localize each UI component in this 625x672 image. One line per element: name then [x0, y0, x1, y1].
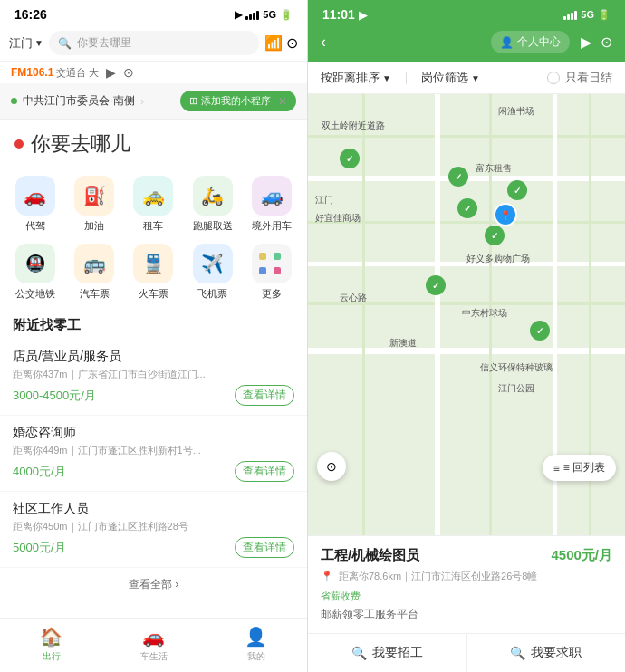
map-pin-6[interactable]: ✓ — [530, 321, 550, 341]
service-item-5[interactable]: 🚇 公交地铁 — [7, 240, 62, 304]
map-pin-selected[interactable]: 📍 — [494, 203, 517, 226]
location-select[interactable]: 江门 ▼ — [9, 35, 43, 52]
service-item-2[interactable]: 🚕 租车 — [126, 172, 181, 236]
bottom-nav: 🏠 出行 🚗 车生活 👤 我的 — [0, 618, 307, 672]
nav-label-chuxing: 出行 — [43, 650, 61, 663]
map-label-2: 江门 — [315, 194, 333, 206]
map-pin-2[interactable]: ✓ — [507, 180, 527, 200]
target-icon-right[interactable]: ⊙ — [601, 34, 612, 51]
nav-item-wode[interactable]: 👤 我的 — [205, 619, 307, 672]
nav-label-wode: 我的 — [247, 650, 265, 663]
time-left: 16:26 — [14, 7, 47, 22]
jingwai-icon: 🚙 — [252, 176, 292, 216]
header-right: 👤 个人中心 ▶ ⊙ — [491, 31, 612, 53]
job-item-2[interactable]: 社区工作人员 距离你450m｜江门市蓬江区胜利路28号 5000元/月 查看详情 — [0, 492, 307, 568]
close-icon[interactable]: ✕ — [278, 95, 287, 108]
job-card-top: 工程/机械绘图员 4500元/月 — [321, 547, 612, 564]
green-dot — [11, 98, 17, 104]
service-item-1[interactable]: ⛽ 加油 — [66, 172, 121, 236]
notification-banner: 中共江门市委员会-南侧 › ⊞ 添加我的小程序 ✕ — [0, 83, 307, 120]
add-mini-program-btn[interactable]: ⊞ 添加我的小程序 ✕ — [180, 91, 296, 111]
status-icons-right: 5G 🔋 — [563, 9, 611, 21]
network-left: 5G — [263, 9, 276, 20]
service-item-6[interactable]: 🚌 汽车票 — [66, 240, 121, 304]
map-label-8: 新澳道 — [389, 337, 417, 350]
map-pin-4[interactable]: ✓ — [485, 226, 505, 245]
home-icon: 🏠 — [40, 626, 62, 648]
target-icon[interactable]: ⊙ — [286, 34, 298, 52]
paotui-icon: 🛵 — [193, 176, 233, 216]
bottom-actions: 🔍 我要招工 🔍 我要求职 — [308, 633, 625, 672]
job-card: 工程/机械绘图员 4500元/月 📍 距离你78.6km｜江门市江海区创业路26… — [308, 535, 625, 633]
service-item-8[interactable]: ✈️ 飞机票 — [185, 240, 240, 304]
map-pin-3[interactable]: ✓ — [457, 198, 477, 218]
right-phone: 11:01 ▶ 5G 🔋 ‹ 👤 个人中心 ▶ ⊙ — [308, 0, 625, 672]
position-filter[interactable]: 岗位筛选 ▼ — [421, 70, 480, 86]
toggle-label: 只看日结 — [565, 70, 612, 86]
service-item-3[interactable]: 🛵 跑腿取送 — [185, 172, 240, 236]
map-label-1: 闲渔书场 — [498, 105, 534, 118]
map-label-0: 双土岭附近道路 — [322, 120, 385, 132]
sort-chevron-icon: ▼ — [382, 73, 391, 83]
toggle-filter[interactable]: 只看日结 — [547, 70, 612, 86]
map-pin-0[interactable]: ✓ — [340, 149, 360, 168]
job-card-salary: 4500元/月 — [551, 547, 612, 564]
time-right: 11:01 ▶ — [322, 7, 367, 22]
search-big[interactable]: 你要去哪儿 — [0, 120, 307, 165]
toggle-radio[interactable] — [547, 72, 560, 84]
daijia-label: 代驾 — [25, 219, 45, 233]
battery-left: 🔋 — [280, 9, 293, 21]
person-icon: 👤 — [245, 626, 267, 648]
service-item-9[interactable]: 更多 — [245, 240, 300, 304]
more-icon — [252, 244, 292, 283]
red-dot-icon — [14, 139, 24, 149]
job-detail-btn-0[interactable]: 查看详情 — [235, 385, 294, 406]
service-item-7[interactable]: 🚆 火车票 — [126, 240, 181, 304]
feijipiao-label: 飞机票 — [197, 287, 227, 301]
car-icon: 🚗 — [142, 626, 165, 648]
voice-icon[interactable]: 📶 — [264, 34, 283, 52]
status-bar-right: 11:01 ▶ 5G 🔋 — [308, 0, 625, 25]
view-all[interactable]: 查看全部 › — [0, 568, 307, 601]
section-title: 附近找零工 — [0, 308, 307, 340]
zuche-label: 租车 — [143, 219, 163, 233]
fm-target-icon: ⊙ — [123, 65, 134, 80]
map-label-5: 云心路 — [340, 292, 367, 304]
map-pin-5[interactable]: ✓ — [426, 275, 446, 295]
back-button[interactable]: ‹ — [321, 33, 326, 52]
job-bottom-2: 5000元/月 查看详情 — [13, 537, 294, 558]
dropdown-icon: ▼ — [34, 38, 43, 48]
list-icon: ≡ — [553, 462, 560, 475]
qichepiao-label: 汽车票 — [80, 287, 110, 301]
list-toggle-label: ≡ 回列表 — [563, 460, 605, 475]
huochepiao-label: 火车票 — [139, 287, 168, 301]
service-item-0[interactable]: 🚗 代驾 — [7, 172, 62, 236]
left-phone: 16:26 ▶ 5G 🔋 江门 ▼ 🔍 你要去哪里 📶 ⊙ — [0, 0, 308, 672]
fm-text: FM106.1 交通台 大 — [11, 66, 99, 80]
job-detail-btn-2[interactable]: 查看详情 — [235, 537, 294, 558]
grid-icon: ⊞ — [189, 95, 197, 107]
service-item-4[interactable]: 🚙 境外用车 — [245, 172, 300, 236]
daijia-icon: 🚗 — [15, 176, 55, 216]
map-pin-1[interactable]: ✓ — [448, 167, 468, 187]
app-header: ‹ 👤 个人中心 ▶ ⊙ — [308, 25, 625, 62]
list-toggle-btn[interactable]: ≡ ≡ 回列表 — [543, 455, 616, 481]
job-bottom-1: 4000元/月 查看详情 — [13, 461, 294, 482]
navigation-icon[interactable]: ▶ — [581, 34, 591, 51]
map-area[interactable]: 双土岭附近道路 闲渔书场 江门 富东租售 好宜佳商场 云心路 好义多购物广场 中… — [308, 94, 625, 535]
recruit-btn[interactable]: 🔍 我要招工 — [308, 634, 467, 672]
search-big-text: 你要去哪儿 — [31, 130, 130, 158]
personal-center-btn[interactable]: 👤 个人中心 — [491, 31, 570, 53]
job-detail-btn-1[interactable]: 查看详情 — [235, 461, 294, 482]
seek-btn[interactable]: 🔍 我要求职 — [467, 634, 626, 672]
nav-item-chuxing[interactable]: 🏠 出行 — [0, 619, 102, 672]
recruit-label: 我要招工 — [372, 645, 423, 661]
nav-item-cheshenghuo[interactable]: 🚗 车生活 — [102, 619, 205, 672]
job-item-1[interactable]: 婚恋咨询师 距离你449m｜江门市蓬江区胜利新村1号... 4000元/月 查看… — [0, 416, 307, 492]
jiayou-icon: ⛽ — [74, 176, 114, 216]
sort-filter[interactable]: 按距离排序 ▼ — [321, 70, 391, 86]
job-item-0[interactable]: 店员/营业员/服务员 距离你437m｜广东省江门市白沙街道江门... 3000-… — [0, 340, 307, 416]
location-btn[interactable]: ⊙ — [317, 452, 346, 481]
search-input-container[interactable]: 🔍 你要去哪里 — [49, 31, 259, 55]
map-label-10: 江门公园 — [498, 382, 534, 395]
